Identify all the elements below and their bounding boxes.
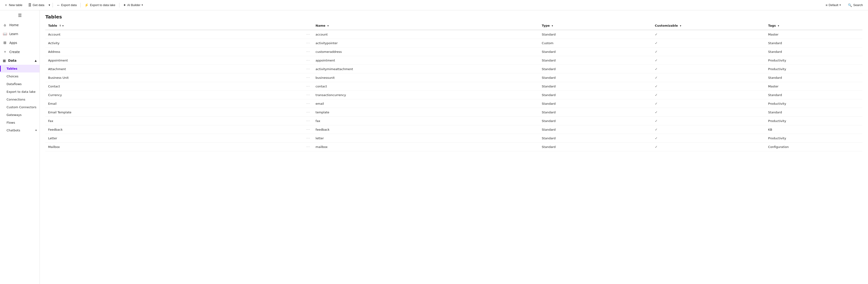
table-row[interactable]: Account ··· account Standard ✓ Master <box>45 30 862 39</box>
cell-logical-name: account <box>313 30 539 39</box>
cell-logical-name: activitymimeattachment <box>313 65 539 74</box>
export-icon: ↔ <box>57 3 60 7</box>
cell-type: Standard <box>539 143 652 151</box>
sidebar-item-apps[interactable]: ⊞ Apps <box>0 38 39 47</box>
cell-customizable: ✓ <box>652 134 766 143</box>
name-sort-chevron-icon[interactable]: ▾ <box>327 24 329 27</box>
cell-customizable: ✓ <box>652 143 766 151</box>
sidebar-item-tables[interactable]: Tables <box>0 65 39 73</box>
row-options-button[interactable]: ··· <box>304 65 313 74</box>
row-options-button[interactable]: ··· <box>304 56 313 65</box>
sidebar-item-gateways[interactable]: Gateways <box>0 111 39 119</box>
custom-sort-chevron-icon[interactable]: ▾ <box>680 24 681 27</box>
dataflows-label: Dataflows <box>6 82 22 86</box>
checkmark-icon: ✓ <box>655 67 658 71</box>
table-row[interactable]: Appointment ··· appointment Standard ✓ P… <box>45 56 862 65</box>
home-icon: ⌂ <box>3 23 7 27</box>
table-row[interactable]: Fax ··· fax Standard ✓ Productivity <box>45 117 862 125</box>
sidebar-item-home[interactable]: ⌂ Home <box>0 21 39 29</box>
table-sort-asc-icon[interactable]: ↑ <box>59 24 61 27</box>
tables-label: Tables <box>6 67 17 70</box>
sidebar-item-connections[interactable]: Connections <box>0 95 39 103</box>
cell-tags: Master <box>766 82 862 91</box>
row-options-button[interactable]: ··· <box>304 30 313 39</box>
col-header-type[interactable]: Type ▾ <box>539 22 652 30</box>
sidebar-item-learn[interactable]: 📖 Learn <box>0 29 39 38</box>
row-options-button[interactable]: ··· <box>304 143 313 151</box>
default-view-button[interactable]: ≡ Default ▾ <box>823 2 843 8</box>
search-button[interactable]: 🔍 Search <box>845 2 866 8</box>
type-sort-chevron-icon[interactable]: ▾ <box>552 24 553 27</box>
get-data-button[interactable]: 🗄 Get data <box>26 2 47 8</box>
cell-logical-name: appointment <box>313 56 539 65</box>
table-sort-chevron-icon[interactable]: ▾ <box>62 24 64 27</box>
col-header-name[interactable]: Name ▾ <box>313 22 539 30</box>
sidebar-item-export-lake[interactable]: Export to data lake <box>0 88 39 95</box>
cell-tags: Productivity <box>766 56 862 65</box>
get-data-label: Get data <box>33 3 44 7</box>
sidebar-section-data[interactable]: ▦ Data ▲ <box>0 56 39 65</box>
row-options-button[interactable]: ··· <box>304 74 313 82</box>
cell-type: Standard <box>539 82 652 91</box>
col-header-tags[interactable]: Tags ▾ <box>766 22 862 30</box>
row-options-button[interactable]: ··· <box>304 91 313 100</box>
sidebar-item-choices[interactable]: Choices <box>0 73 39 80</box>
apps-icon: ⊞ <box>3 41 7 45</box>
toolbar-right: ≡ Default ▾ 🔍 Search <box>823 2 866 8</box>
export-data-button[interactable]: ↔ Export data <box>54 2 79 8</box>
cell-logical-name: activitypointer <box>313 39 539 48</box>
table-row[interactable]: Attachment ··· activitymimeattachment St… <box>45 65 862 74</box>
col-header-customizable[interactable]: Customizable ▾ <box>652 22 766 30</box>
checkmark-icon: ✓ <box>655 50 658 54</box>
cell-customizable: ✓ <box>652 125 766 134</box>
export-lake-button[interactable]: ⚡ Export to data lake <box>82 2 118 8</box>
sidebar-item-flows[interactable]: Flows <box>0 119 39 126</box>
table-row[interactable]: Address ··· customeraddress Standard ✓ S… <box>45 48 862 56</box>
cell-customizable: ✓ <box>652 108 766 117</box>
choices-label: Choices <box>6 75 19 78</box>
table-row[interactable]: Letter ··· letter Standard ✓ Productivit… <box>45 134 862 143</box>
row-options-button[interactable]: ··· <box>304 48 313 56</box>
divider-1 <box>53 3 53 7</box>
cell-table-name: Feedback <box>45 125 304 134</box>
sidebar-item-chatbots[interactable]: Chatbots ▾ <box>0 126 39 134</box>
table-row[interactable]: Currency ··· transactioncurrency Standar… <box>45 91 862 100</box>
sidebar-item-dataflows[interactable]: Dataflows <box>0 80 39 88</box>
cell-tags: KB <box>766 125 862 134</box>
table-row[interactable]: Business Unit ··· businessunit Standard … <box>45 74 862 82</box>
hamburger-button[interactable]: ☰ <box>0 10 39 21</box>
row-options-button[interactable]: ··· <box>304 100 313 108</box>
tags-sort-chevron-icon[interactable]: ▾ <box>778 24 779 27</box>
cell-tags: Productivity <box>766 134 862 143</box>
cell-logical-name: feedback <box>313 125 539 134</box>
cell-type: Custom <box>539 39 652 48</box>
table-row[interactable]: Activity ··· activitypointer Custom ✓ St… <box>45 39 862 48</box>
page-title: Tables <box>45 14 862 20</box>
sidebar-item-create[interactable]: ＋ Create <box>0 47 39 56</box>
cell-customizable: ✓ <box>652 30 766 39</box>
row-options-button[interactable]: ··· <box>304 134 313 143</box>
new-table-label: New table <box>9 3 23 7</box>
row-options-button[interactable]: ··· <box>304 108 313 117</box>
new-table-button[interactable]: ＋ New table <box>2 2 25 8</box>
table-row[interactable]: Email ··· email Standard ✓ Productivity <box>45 100 862 108</box>
sidebar-item-custom-connectors[interactable]: Custom Connectors <box>0 103 39 111</box>
flows-label: Flows <box>6 121 15 124</box>
row-options-button[interactable]: ··· <box>304 125 313 134</box>
cell-tags: Productivity <box>766 100 862 108</box>
cell-logical-name: fax <box>313 117 539 125</box>
table-row[interactable]: Mailbox ··· mailbox Standard ✓ Configura… <box>45 143 862 151</box>
row-options-button[interactable]: ··· <box>304 117 313 125</box>
row-options-button[interactable]: ··· <box>304 82 313 91</box>
ai-builder-label: AI Builder <box>127 3 141 7</box>
ai-builder-button[interactable]: ✦ AI Builder ▾ <box>121 2 145 8</box>
col-header-dots <box>304 22 313 30</box>
dropdown-arrow-get-data[interactable]: ▾ <box>48 2 51 8</box>
chatbots-label: Chatbots <box>6 129 20 132</box>
table-row[interactable]: Feedback ··· feedback Standard ✓ KB <box>45 125 862 134</box>
row-options-button[interactable]: ··· <box>304 39 313 48</box>
table-row[interactable]: Email Template ··· template Standard ✓ S… <box>45 108 862 117</box>
table-row[interactable]: Contact ··· contact Standard ✓ Master <box>45 82 862 91</box>
col-header-table[interactable]: Table ↑ ▾ <box>45 22 304 30</box>
cell-type: Standard <box>539 74 652 82</box>
